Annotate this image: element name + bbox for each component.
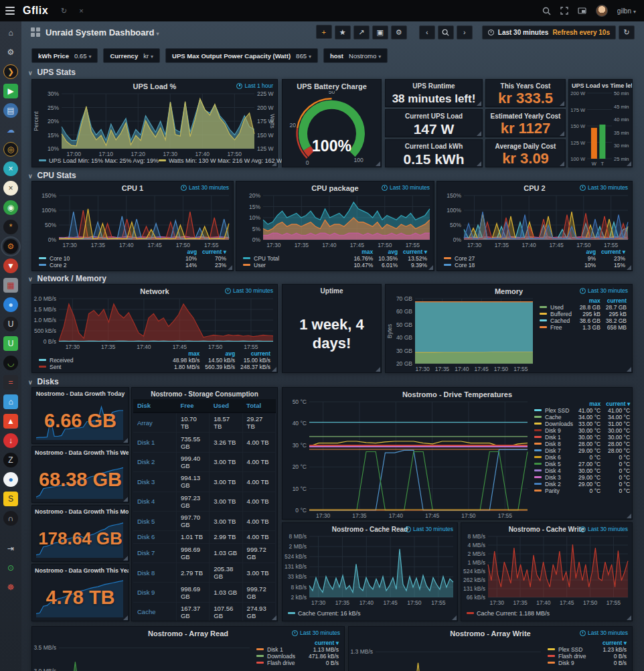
cpu1-chart[interactable]: 17:3017:3517:4017:4517:5017:550%50%100%1… (32, 193, 233, 248)
resize-handle[interactable] (477, 161, 481, 166)
dashboard-grid-icon[interactable] (31, 27, 40, 37)
resize-handle[interactable] (477, 101, 481, 106)
app-gear-active-icon[interactable]: ⚙ (3, 239, 18, 254)
time-range-label[interactable]: Last 30 minutes (580, 184, 628, 191)
save-button[interactable]: ▣ (372, 25, 388, 40)
panel-title[interactable]: Nostromo - Storage Consumption (132, 388, 277, 398)
app-teal-x-icon[interactable]: × (3, 161, 18, 176)
legend-col-header[interactable]: current ▾ (598, 248, 628, 255)
cpu2-chart[interactable]: 17:3017:3517:4017:4517:5017:550%50%100%1… (437, 193, 632, 248)
legend-col-header[interactable]: max (170, 350, 202, 357)
resize-handle[interactable] (560, 161, 564, 166)
legend-item[interactable]: Cache Current: 16 kB/s (288, 610, 361, 617)
fullscreen-icon[interactable] (560, 7, 568, 15)
app-orange-chevron-icon[interactable]: ❯ (3, 64, 18, 79)
table-header[interactable]: Total (242, 399, 275, 413)
app-gitlab-icon[interactable]: ▲ (3, 414, 18, 429)
app-cream-x-icon[interactable]: × (3, 181, 18, 196)
legend-col-header[interactable]: avg (376, 248, 400, 255)
legend-col-header[interactable]: current ▾ (603, 400, 632, 407)
app-blue-circle-icon[interactable]: ● (3, 297, 18, 312)
ups-load-chart[interactable]: 17:0017:1017:2017:3017:4017:5010%125 W15… (32, 91, 277, 157)
variable-value[interactable]: 865 (296, 52, 311, 60)
resize-handle[interactable] (228, 265, 232, 270)
refresh-dashboard-button[interactable]: ↻ (619, 25, 635, 40)
time-range-label[interactable]: Last 30 minutes (580, 287, 628, 294)
github-icon[interactable]: ⊙ (3, 561, 18, 575)
section-network-memory[interactable]: Network / Memory (28, 274, 106, 283)
variable-kwh-price[interactable]: kWh Price0.65 (31, 48, 98, 63)
help-lifebuoy-icon[interactable]: ☸ (3, 580, 18, 595)
dashboard-title[interactable]: Unraid System Dashboard (46, 27, 159, 38)
legend-col-header[interactable]: max (576, 400, 603, 407)
table-header[interactable]: Used (210, 399, 242, 413)
panel-title[interactable]: This Years Cost (486, 80, 565, 90)
panel-title[interactable]: Nostromo - Data Growth Today (32, 388, 129, 398)
resize-handle[interactable] (627, 615, 631, 620)
settings-icon[interactable]: ⚙ (3, 45, 18, 60)
panel-title[interactable]: UPS Load vs Time left (569, 80, 632, 90)
legend-col-header[interactable]: max (351, 248, 376, 255)
zoom-out-button[interactable] (438, 25, 454, 40)
drive-temps-chart[interactable]: 17:3017:3517:4017:4517:5017:550 °C10 °C2… (283, 399, 532, 519)
legend-item[interactable]: UPS Load Min: 15% Max: 25% Avg: 19% (39, 157, 159, 164)
star-button[interactable]: ★ (335, 25, 351, 40)
app-download-icon[interactable]: ↓ (3, 433, 18, 448)
zoom-next-button[interactable]: › (457, 25, 473, 40)
section-ups-stats[interactable]: UPS Stats (28, 68, 76, 77)
time-range-label[interactable]: Last 30 minutes (292, 629, 340, 636)
app-cloud-icon[interactable]: ☁ (3, 123, 18, 137)
legend-col-header[interactable]: current ▾ (400, 248, 430, 255)
network-chart[interactable]: 17:3017:3517:4017:4517:5017:550 B/s500 k… (32, 296, 277, 350)
resize-handle[interactable] (560, 131, 564, 136)
resize-handle[interactable] (452, 615, 457, 620)
app-pihole-icon[interactable]: ▼ (3, 258, 18, 273)
variable-value[interactable]: kr (143, 52, 153, 60)
legend-item[interactable]: Cache Current: 1.188 MB/s (467, 610, 550, 617)
app-media-server-icon[interactable]: ▤ (3, 103, 18, 118)
resize-handle[interactable] (627, 265, 631, 270)
resize-handle[interactable] (123, 497, 128, 502)
legend-col-header[interactable]: current ▾ (600, 640, 629, 646)
user-avatar[interactable] (596, 5, 608, 17)
legend-col-header[interactable]: current (238, 350, 273, 357)
panel-title[interactable]: Estimated Yearly Cost (486, 110, 565, 121)
resize-handle[interactable] (272, 615, 276, 620)
app-plex-icon[interactable]: ▶ (3, 84, 18, 98)
refresh-tab-icon[interactable]: ↻ (61, 7, 67, 15)
legend-item[interactable]: Watts Min: 130 W Max: 216 W Avg: 162 W (159, 157, 283, 164)
app-search-tracker-icon[interactable]: ◎ (3, 142, 18, 157)
dashboard-settings-button[interactable]: ⚙ (391, 25, 407, 40)
ups-load-vs-time-chart[interactable]: 100 W125 W150 W175 W200 W25 min30 min35 … (569, 90, 632, 167)
memory-chart[interactable]: 17:3017:3517:4017:4517:5017:5520 GB30 GB… (386, 296, 537, 372)
panel-title[interactable]: UPS Battery Charge (283, 80, 381, 91)
app-water-drop-icon[interactable]: ● (3, 472, 18, 487)
time-range-label[interactable]: Last 30 minutes (181, 184, 229, 191)
table-header[interactable]: Free (176, 399, 209, 413)
ups-battery-gauge[interactable]: 02050100100% (283, 91, 381, 167)
panel-title[interactable]: Average Daily Cost (486, 140, 565, 151)
app-red-grid-icon[interactable]: ▦ (3, 278, 18, 293)
sign-out-icon[interactable]: ⇥ (3, 541, 18, 556)
legend-col-header[interactable]: avg (183, 248, 199, 255)
legend-col-header[interactable]: current ▾ (306, 640, 341, 646)
resize-handle[interactable] (123, 615, 128, 620)
legend-col-header[interactable]: current (603, 297, 629, 304)
search-icon[interactable] (542, 7, 551, 15)
app-homeassistant-icon[interactable]: ⌂ (3, 394, 18, 409)
app-green-u-icon[interactable]: U (3, 336, 18, 351)
app-lazylibrarian-icon[interactable]: Z (3, 453, 18, 467)
legend-col-header[interactable]: avg (582, 248, 598, 255)
variable-host[interactable]: hostNostromo (323, 48, 388, 63)
legend-col-header[interactable]: avg (202, 350, 238, 357)
array-write-chart[interactable]: 1.0 MB/s1.3 MB/s (349, 638, 545, 671)
resize-handle[interactable] (123, 556, 128, 561)
legend-col-header[interactable]: max (577, 297, 603, 304)
panel-title[interactable]: Current Load kWh (386, 140, 482, 151)
kiosk-mode-icon[interactable] (578, 7, 586, 15)
time-range-label[interactable]: Last 1 hour (236, 82, 273, 89)
resize-handle[interactable] (123, 438, 128, 443)
app-node-graph-icon[interactable]: * (3, 220, 18, 234)
app-book-icon[interactable]: ∩ (3, 511, 18, 526)
app-title[interactable]: Gflix (23, 5, 48, 17)
